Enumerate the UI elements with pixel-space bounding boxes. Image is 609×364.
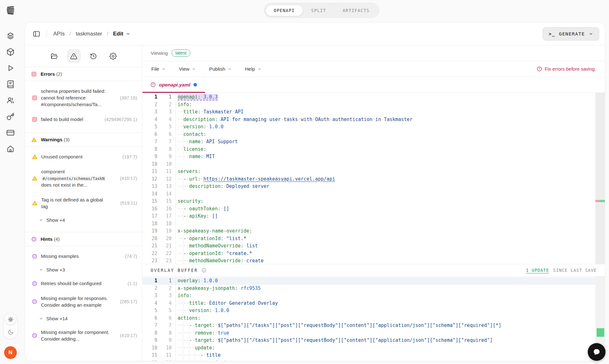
- update-count-link[interactable]: 1 UPDATE: [526, 268, 549, 273]
- openapi-line[interactable]: 1010: [142, 161, 605, 168]
- hint-item[interactable]: Missing example for component. Consider …: [25, 325, 142, 346]
- overlay-line[interactable]: 1010······update:: [142, 344, 605, 352]
- openapi-line[interactable]: 1616··-·oauthToken:·[]: [142, 205, 605, 213]
- openapi-line[interactable]: 88··license:: [142, 146, 605, 153]
- line-number: 17: [157, 213, 172, 220]
- openapi-line[interactable]: 11openapi:·3.0.3: [142, 93, 605, 101]
- diff-marker[interactable]: [600, 200, 605, 202]
- theme-toggle[interactable]: [3, 312, 18, 339]
- overlay-line[interactable]: 33info:: [142, 292, 605, 300]
- overlay-line[interactable]: 77····-·target:·$["paths"]["/tasks"]["po…: [142, 322, 605, 329]
- sidebar-toggle-icon[interactable]: [33, 30, 40, 38]
- billing-icon[interactable]: [6, 128, 15, 137]
- show-more-button[interactable]: Show +3: [25, 264, 142, 276]
- line-number: 21: [157, 242, 172, 250]
- openapi-line[interactable]: 1818: [142, 220, 605, 228]
- openapi-line[interactable]: 2121····methodNameOverride:·list: [142, 242, 605, 250]
- error-item[interactable]: schema properties build failed: cannot f…: [25, 84, 142, 112]
- line-number: 8: [157, 146, 172, 153]
- overlay-line[interactable]: 55····version:·1.0.0: [142, 307, 605, 315]
- generate-button[interactable]: >_ GENERATE: [543, 27, 599, 41]
- openapi-line[interactable]: 55··version:·1.0.0: [142, 123, 605, 131]
- version-badge[interactable]: latest: [172, 49, 190, 57]
- menu-help[interactable]: Help: [245, 66, 261, 72]
- openapi-code-editor[interactable]: 11openapi:·3.0.322info:33··title:·Taskma…: [142, 93, 605, 264]
- show-more-button[interactable]: Show +4: [25, 214, 142, 226]
- file-tab-label: openapi.yaml: [159, 82, 190, 88]
- openapi-line[interactable]: 1414: [142, 190, 605, 198]
- hint-item[interactable]: Retries should be configured(1:1): [25, 276, 142, 291]
- breadcrumb-taskmaster[interactable]: taskmaster: [76, 31, 102, 37]
- line-number: 15: [142, 198, 157, 205]
- line-number: 11: [142, 352, 157, 359]
- warning-item[interactable]: Tag is not defined as a global tag(519:1…: [25, 192, 142, 214]
- theme-dark-moon-icon[interactable]: [5, 327, 16, 337]
- openapi-line[interactable]: 33··title:·Taskmaster·API: [142, 108, 605, 116]
- overlay-code-editor[interactable]: 11overlay:·1.0.022x-speakeasy-jsonpath:·…: [142, 277, 605, 361]
- user-avatar[interactable]: N: [4, 346, 17, 359]
- overlay-line[interactable]: 44····title:·Editor·Generated·Overlay: [142, 300, 605, 307]
- openapi-line[interactable]: 1515security:: [142, 198, 605, 205]
- openapi-line[interactable]: 44··description:·API·for·managing·user·t…: [142, 116, 605, 124]
- warning-item[interactable]: component #/components/schemas/TaskN doe…: [25, 164, 142, 192]
- overlay-line[interactable]: 1212········-·project_name: [142, 359, 605, 361]
- editor-scrollbar[interactable]: [595, 93, 605, 264]
- error-marker[interactable]: [595, 200, 600, 202]
- stack-icon[interactable]: [6, 31, 15, 41]
- line-number: 2: [157, 285, 172, 292]
- settings-gear-icon[interactable]: [107, 49, 120, 63]
- tab-openapi[interactable]: OPENAPI: [265, 5, 303, 16]
- overlay-line[interactable]: 88······remove:·true: [142, 329, 605, 337]
- tab-split[interactable]: SPLIT: [303, 5, 334, 16]
- book-icon[interactable]: [6, 80, 15, 89]
- file-tab-openapi-yaml[interactable]: openapi.yaml: [142, 77, 205, 93]
- openapi-line[interactable]: 1212··-·url:·https://taskmaster-speakeas…: [142, 176, 605, 183]
- openapi-line[interactable]: 1919x-speakeasy-name-override:: [142, 227, 605, 235]
- breadcrumb-apis[interactable]: APIs: [53, 31, 65, 37]
- overlay-line[interactable]: 1111········-·title: [142, 352, 605, 359]
- home-icon[interactable]: [6, 144, 15, 154]
- openapi-line[interactable]: 66··contact:: [142, 131, 605, 138]
- warning-item[interactable]: Unused component(197:7): [25, 149, 142, 164]
- section-header-hints[interactable]: Hints (4): [25, 232, 142, 246]
- openapi-line[interactable]: 1111servers:: [142, 168, 605, 176]
- openapi-line[interactable]: 2222··-·operationId:·^create.*: [142, 250, 605, 258]
- openapi-line[interactable]: 99····name:·MIT: [142, 153, 605, 161]
- chat-bubble-button[interactable]: [588, 343, 606, 361]
- code-text: ····version:·1.0.0: [175, 307, 605, 315]
- section-header-warnings[interactable]: Warnings (3): [25, 132, 142, 147]
- hint-item[interactable]: Missing example for responses. Consider …: [25, 291, 142, 312]
- show-more-button[interactable]: Show +14: [25, 312, 142, 325]
- hint-item[interactable]: Missing examples(74:7): [25, 249, 142, 264]
- overlay-line[interactable]: 22x-speakeasy-jsonpath:·rfc9535: [142, 285, 605, 292]
- files-folder-icon[interactable]: [48, 49, 61, 63]
- overlay-line[interactable]: 11overlay:·1.0.0: [142, 277, 605, 285]
- section-items: schema properties build failed: cannot f…: [25, 81, 142, 132]
- users-icon[interactable]: [6, 96, 15, 105]
- openapi-line[interactable]: 2323····methodNameOverride:·create: [142, 257, 605, 264]
- breadcrumb-edit-menu[interactable]: Edit: [113, 31, 130, 37]
- menu-view[interactable]: View: [179, 66, 196, 72]
- code-text: ······remove:·true: [175, 329, 605, 337]
- menu-publish[interactable]: Publish: [209, 66, 232, 72]
- openapi-line[interactable]: 2020··-·operationId:·^list.*: [142, 235, 605, 243]
- openapi-line[interactable]: 1717··-·apiKey:·[]: [142, 213, 605, 220]
- overlay-line[interactable]: 66actions:: [142, 315, 605, 322]
- history-icon[interactable]: [87, 49, 100, 63]
- menu-file[interactable]: File: [151, 66, 166, 72]
- play-icon[interactable]: [6, 63, 15, 73]
- package-icon[interactable]: [6, 47, 15, 57]
- openapi-line[interactable]: 22info:: [142, 101, 605, 109]
- theme-light-sun-icon[interactable]: [5, 314, 16, 325]
- key-icon[interactable]: [6, 112, 15, 121]
- speakeasy-logo-icon[interactable]: [5, 5, 16, 15]
- diff-marker[interactable]: [597, 328, 604, 337]
- section-header-errors[interactable]: Errors (2): [25, 67, 142, 81]
- issues-warning-icon[interactable]: [67, 49, 81, 63]
- tab-artifacts[interactable]: ARTIFACTS: [334, 5, 378, 16]
- info-icon[interactable]: [201, 268, 206, 273]
- openapi-line[interactable]: 77····name:·API·Support: [142, 138, 605, 146]
- overlay-line[interactable]: 99····-·target:·$["paths"]["/tasks"]["po…: [142, 337, 605, 344]
- error-item[interactable]: failed to build model(4294967295:1): [25, 112, 142, 127]
- openapi-line[interactable]: 1313····description:·Deployed·server: [142, 183, 605, 190]
